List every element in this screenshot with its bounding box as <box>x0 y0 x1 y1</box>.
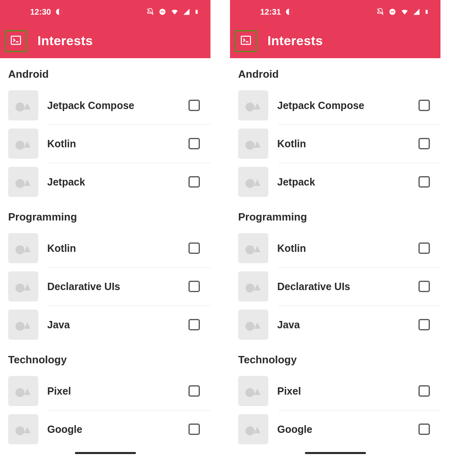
svg-point-10 <box>15 284 24 293</box>
placeholder-image-icon <box>238 167 268 197</box>
checkbox[interactable] <box>418 281 430 292</box>
svg-point-21 <box>245 141 254 150</box>
list-item[interactable]: Pixel <box>230 372 440 410</box>
checkbox[interactable] <box>188 100 200 111</box>
checkbox[interactable] <box>418 176 430 188</box>
status-left: 12:30 <box>30 7 63 17</box>
placeholder-image-icon <box>8 310 38 340</box>
checkbox[interactable] <box>188 385 200 397</box>
status-bar: 12:30 <box>0 0 210 24</box>
notifications-off-icon <box>146 8 154 16</box>
wifi-icon <box>401 8 409 16</box>
svg-rect-18 <box>426 10 427 10</box>
placeholder-image-icon <box>238 310 268 340</box>
list-item[interactable]: Kotlin <box>230 229 440 267</box>
svg-point-20 <box>245 103 254 111</box>
section-header: Technology <box>230 344 440 372</box>
battery-icon <box>424 8 429 16</box>
list-item[interactable]: Jetpack <box>230 163 440 201</box>
item-label: Declarative UIs <box>47 281 188 293</box>
list-item[interactable]: Kotlin <box>0 124 210 163</box>
drawer-button[interactable] <box>5 30 27 52</box>
page-title: Interests <box>37 33 93 48</box>
list-item[interactable]: Java <box>230 306 440 344</box>
checkbox[interactable] <box>188 281 200 292</box>
svg-rect-19 <box>241 36 251 44</box>
status-time: 12:31 <box>260 7 281 17</box>
battery-icon <box>194 8 199 16</box>
item-label: Jetpack <box>277 176 418 188</box>
status-debug-icon <box>55 8 63 16</box>
status-right <box>146 8 199 16</box>
page-title: Interests <box>267 33 323 48</box>
checkbox[interactable] <box>418 319 430 330</box>
checkbox[interactable] <box>188 176 200 188</box>
placeholder-image-icon <box>8 233 38 263</box>
svg-rect-4 <box>196 10 197 10</box>
svg-rect-17 <box>426 10 428 14</box>
list-item[interactable]: Jetpack Compose <box>230 86 440 124</box>
list-item[interactable]: Declarative UIs <box>0 267 210 306</box>
checkbox[interactable] <box>418 242 430 254</box>
svg-point-26 <box>245 388 254 397</box>
do-not-disturb-icon <box>158 8 166 16</box>
status-bar: 12:31 <box>230 0 440 24</box>
checkbox[interactable] <box>418 100 430 111</box>
signal-icon <box>183 8 190 15</box>
list-item[interactable]: Google <box>230 410 440 448</box>
status-time: 12:30 <box>30 7 51 17</box>
placeholder-image-icon <box>8 167 38 197</box>
list-item[interactable]: Google <box>0 410 210 448</box>
section-header: Technology <box>0 344 210 372</box>
svg-point-13 <box>15 426 24 435</box>
wifi-icon <box>171 8 179 16</box>
placeholder-image-icon <box>238 90 268 120</box>
list-item[interactable]: Kotlin <box>0 229 210 267</box>
list-item[interactable]: Declarative UIs <box>230 267 440 306</box>
placeholder-image-icon <box>238 129 268 159</box>
svg-point-25 <box>245 322 254 331</box>
placeholder-image-icon <box>238 233 268 263</box>
drawer-button[interactable] <box>235 30 257 52</box>
item-label: Kotlin <box>277 138 418 150</box>
list-item[interactable]: Java <box>0 306 210 344</box>
svg-point-6 <box>15 103 24 111</box>
phone-screenshot-right: 12:31 <box>230 0 440 456</box>
list-item[interactable]: Kotlin <box>230 124 440 163</box>
checkbox[interactable] <box>418 424 430 435</box>
list-item[interactable]: Pixel <box>0 372 210 410</box>
svg-rect-5 <box>11 36 21 44</box>
placeholder-image-icon <box>8 90 38 120</box>
list-item[interactable]: Jetpack <box>0 163 210 201</box>
item-label: Google <box>47 424 188 435</box>
status-left: 12:31 <box>260 7 293 17</box>
content: Android Jetpack Compose Kotlin Jetpack P… <box>0 58 210 448</box>
item-label: Pixel <box>277 385 418 397</box>
placeholder-image-icon <box>8 129 38 159</box>
checkbox[interactable] <box>188 138 200 149</box>
item-label: Kotlin <box>47 138 188 150</box>
terminal-icon <box>240 34 252 48</box>
item-label: Kotlin <box>47 242 188 254</box>
item-label: Jetpack Compose <box>277 100 418 111</box>
checkbox[interactable] <box>418 385 430 397</box>
svg-point-22 <box>245 179 254 188</box>
placeholder-image-icon <box>238 376 268 406</box>
checkbox[interactable] <box>188 424 200 435</box>
placeholder-image-icon <box>8 414 38 444</box>
checkbox[interactable] <box>188 319 200 330</box>
item-label: Kotlin <box>277 242 418 254</box>
checkbox[interactable] <box>188 242 200 254</box>
status-right <box>376 8 429 16</box>
item-label: Google <box>277 424 418 435</box>
svg-rect-3 <box>196 10 198 14</box>
list-item[interactable]: Jetpack Compose <box>0 86 210 124</box>
section-header: Android <box>230 58 440 86</box>
app-bar: Interests <box>230 24 440 58</box>
svg-point-7 <box>15 141 24 150</box>
svg-point-24 <box>245 284 254 293</box>
checkbox[interactable] <box>418 138 430 149</box>
svg-point-23 <box>245 245 254 254</box>
do-not-disturb-icon <box>388 8 396 16</box>
svg-rect-16 <box>391 11 394 12</box>
